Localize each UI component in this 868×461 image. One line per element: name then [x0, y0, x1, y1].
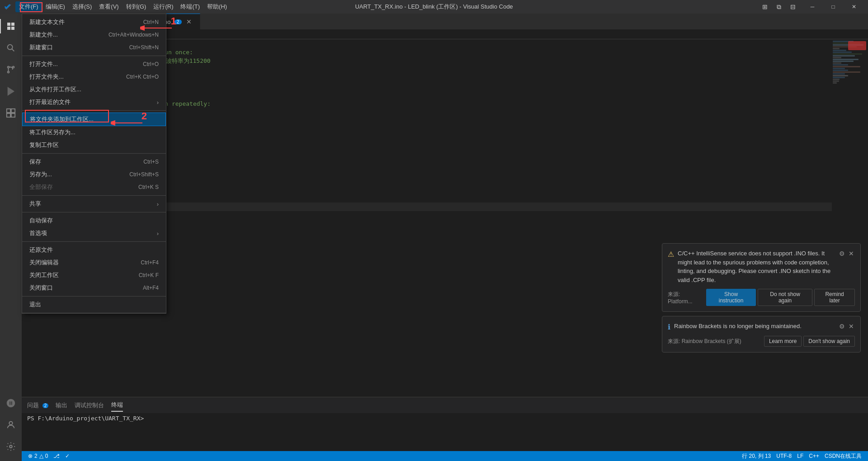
status-language[interactable]: C++	[806, 451, 822, 461]
notif-rainbow-actions: Learn more Don't show again	[764, 336, 855, 347]
split-editor-icon[interactable]: ⧉	[774, 2, 784, 12]
notif-intellisense-footer: 来源: Platform... Show instruction Do not …	[668, 289, 855, 306]
status-encoding[interactable]: UTF-8	[774, 451, 794, 461]
panel-tab-debug[interactable]: 调试控制台	[75, 400, 104, 411]
menu-save-all-shortcut: Ctrl+K S	[138, 184, 159, 190]
close-button[interactable]: ✕	[844, 0, 864, 14]
menu-share-arrow: ›	[157, 201, 159, 207]
menu-close-window-shortcut: Alt+F4	[143, 285, 159, 291]
maximize-button[interactable]: □	[823, 0, 844, 14]
menu-section-share: 共享 ›	[22, 196, 166, 212]
status-csdn[interactable]: CSDN在线工具	[822, 451, 864, 461]
menu-share-label: 共享	[29, 200, 41, 208]
menu-open-file-shortcut: Ctrl+O	[143, 61, 159, 67]
terminal-prompt: PS F:\Arduino_project\UART_TX_RX>	[27, 415, 144, 422]
notification-rainbow: ℹ Rainbow Brackets is no longer being ma…	[662, 316, 861, 353]
menu-help[interactable]: 帮助(H)	[203, 1, 231, 12]
menu-close-workspace[interactable]: 关闭工作区 Ctrl+K F	[22, 269, 166, 282]
notif-intellisense-text: C/C++ IntelliSense service does not supp…	[678, 249, 835, 284]
notif-remind-later-button[interactable]: Remind later	[814, 289, 855, 306]
svg-point-6	[8, 66, 9, 68]
window-controls: ─ □ ✕	[802, 0, 864, 14]
menu-open-file[interactable]: 打开文件... Ctrl+O	[22, 58, 166, 71]
layout-icon[interactable]: ⊞	[760, 2, 770, 11]
tab-close-uart[interactable]: ✕	[185, 18, 193, 25]
menu-save-workspace-as[interactable]: 将工作区另存为...	[22, 126, 166, 139]
menu-add-folder[interactable]: 将文件夹添加到工作区...	[22, 113, 166, 126]
menu-close-window[interactable]: 关闭窗口 Alt+F4	[22, 282, 166, 294]
menu-save-label: 保存	[29, 158, 41, 166]
status-line-ending[interactable]: LF	[794, 451, 806, 461]
svg-line-5	[12, 49, 14, 52]
panel-tab-problems[interactable]: 问题 2	[27, 400, 48, 411]
menu-autosave[interactable]: 自动保存	[22, 214, 166, 227]
notification-intellisense: ⚠ C/C++ IntelliSense service does not su…	[662, 243, 861, 312]
activity-bottom	[0, 392, 22, 461]
menu-file[interactable]: 文件(F)	[15, 1, 42, 12]
title-bar-left: 文件(F) 编辑(E) 选择(S) 查看(V) 转到(G) 运行(R) 终端(T…	[4, 1, 231, 12]
menu-close-window-label: 关闭窗口	[29, 284, 53, 292]
svg-rect-11	[7, 109, 10, 113]
activity-explorer[interactable]	[0, 15, 22, 37]
menu-exit[interactable]: 退出	[22, 298, 166, 311]
activity-extensions[interactable]	[0, 102, 22, 124]
title-bar-right: ⊞ ⧉ ⊟ ─ □ ✕	[760, 0, 864, 14]
menu-goto[interactable]: 转到(G)	[123, 1, 150, 12]
menu-share[interactable]: 共享 ›	[22, 198, 166, 210]
file-menu-dropdown: 新建文本文件 Ctrl+N 新建文件... Ctrl+Alt+Windows+N…	[22, 14, 166, 314]
notif-do-not-show-button[interactable]: Do not show again	[758, 289, 812, 306]
notif-dont-show-button[interactable]: Don't show again	[803, 336, 855, 347]
activity-run[interactable]	[0, 80, 22, 102]
terminal-content[interactable]: PS F:\Arduino_project\UART_TX_RX>	[22, 413, 868, 451]
notif-learn-more-button[interactable]: Learn more	[764, 336, 802, 347]
status-position[interactable]: 行 20, 列 13	[739, 451, 774, 461]
menu-bar: 文件(F) 编辑(E) 选择(S) 查看(V) 转到(G) 运行(R) 终端(T…	[15, 1, 231, 12]
notif-intellisense-close-button[interactable]: ✕	[848, 249, 855, 258]
activity-copilot[interactable]	[0, 392, 22, 414]
menu-edit[interactable]: 编辑(E)	[42, 1, 69, 12]
panel-tab-terminal[interactable]: 终端	[111, 399, 123, 412]
menu-close-editor[interactable]: 关闭编辑器 Ctrl+F4	[22, 256, 166, 269]
activity-settings[interactable]	[0, 436, 22, 457]
menu-terminal[interactable]: 终端(T)	[177, 1, 203, 12]
notif-intellisense-controls: ⚙ ✕	[839, 249, 855, 258]
menu-new-file[interactable]: 新建文件... Ctrl+Alt+Windows+N	[22, 28, 166, 41]
status-errors[interactable]: ⊗ 2 △ 0	[25, 451, 51, 461]
menu-duplicate-workspace-label: 复制工作区	[29, 141, 59, 149]
minimize-button[interactable]: ─	[802, 0, 823, 14]
notif-rainbow-gear-icon[interactable]: ⚙	[839, 323, 845, 330]
menu-new-window[interactable]: 新建窗口 Ctrl+Shift+N	[22, 41, 166, 54]
notif-intellisense-header: ⚠ C/C++ IntelliSense service does not su…	[668, 249, 855, 284]
notif-show-instruction-button[interactable]: Show instruction	[706, 289, 756, 306]
notif-rainbow-close-button[interactable]: ✕	[848, 322, 855, 331]
customize-layout-icon[interactable]: ⊟	[788, 2, 798, 11]
activity-account[interactable]	[0, 414, 22, 436]
status-sync[interactable]: ✓	[62, 451, 72, 461]
notif-intellisense-actions: Show instruction Do not show again Remin…	[706, 289, 855, 306]
notif-rainbow-footer: 来源: Rainbow Brackets (扩展) Learn more Don…	[668, 336, 855, 347]
menu-save-shortcut: Ctrl+S	[143, 159, 159, 165]
menu-section-autosave: 自动保存 首选项 ›	[22, 212, 166, 242]
menu-revert[interactable]: 还原文件	[22, 244, 166, 256]
svg-point-16	[9, 445, 12, 448]
menu-duplicate-workspace[interactable]: 复制工作区	[22, 139, 166, 151]
menu-select[interactable]: 选择(S)	[69, 1, 95, 12]
menu-view[interactable]: 查看(V)	[95, 1, 122, 12]
menu-new-text-file[interactable]: 新建文本文件 Ctrl+N	[22, 16, 166, 28]
menu-open-workspace[interactable]: 从文件打开工作区...	[22, 83, 166, 96]
panel-tab-output[interactable]: 输出	[56, 400, 67, 411]
svg-point-7	[8, 71, 9, 73]
notif-rainbow-source: 来源: Rainbow Brackets (扩展)	[668, 338, 741, 345]
status-branch[interactable]: ⎇	[51, 451, 62, 461]
menu-preferences[interactable]: 首选项 ›	[22, 227, 166, 240]
menu-save[interactable]: 保存 Ctrl+S	[22, 155, 166, 168]
menu-open-folder[interactable]: 打开文件夹... Ctrl+K Ctrl+O	[22, 71, 166, 83]
menu-save-workspace-as-label: 将工作区另存为...	[29, 128, 75, 136]
menu-recent[interactable]: 打开最近的文件 ›	[22, 96, 166, 108]
menu-save-as[interactable]: 另存为... Ctrl+Shift+S	[22, 168, 166, 181]
activity-source-control[interactable]	[0, 59, 22, 80]
menu-run[interactable]: 运行(R)	[150, 1, 177, 12]
notif-intellisense-gear-icon[interactable]: ⚙	[839, 250, 845, 257]
svg-marker-10	[8, 88, 14, 95]
activity-search[interactable]	[0, 37, 22, 59]
